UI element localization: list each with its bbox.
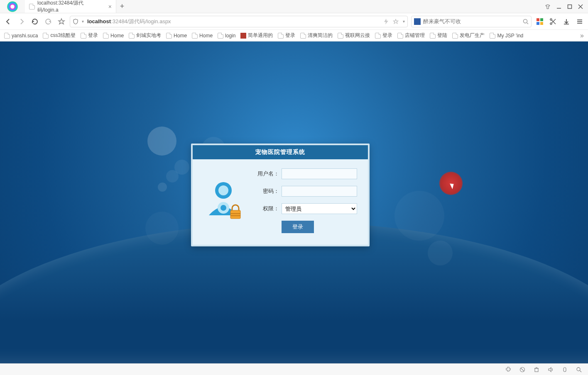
wardrobe-icon[interactable] bbox=[545, 4, 551, 10]
bookmark-label: 登录 bbox=[285, 32, 295, 39]
svg-marker-32 bbox=[549, 368, 551, 372]
bokeh-circle bbox=[428, 241, 453, 265]
bookmarks-overflow[interactable]: » bbox=[580, 32, 584, 39]
login-form: 用户名： 密码： 权限： 管理员 登录 bbox=[253, 168, 357, 233]
svg-point-21 bbox=[218, 185, 228, 195]
svg-marker-8 bbox=[394, 19, 398, 23]
browser-tab[interactable]: localhost:32484/源代码/login.a × bbox=[25, 0, 116, 13]
window-controls bbox=[540, 0, 588, 13]
bookmark-item[interactable]: yanshi.suca bbox=[4, 33, 38, 39]
bookmark-item[interactable]: css3炫酷登 bbox=[43, 32, 76, 39]
scroll-icon[interactable] bbox=[561, 367, 568, 373]
page-icon bbox=[29, 4, 35, 10]
bookmark-item[interactable]: 登录 bbox=[81, 32, 98, 39]
bokeh-circle bbox=[166, 170, 179, 183]
page-icon bbox=[103, 33, 109, 39]
svg-rect-24 bbox=[230, 210, 240, 219]
bookmark-item[interactable]: 清爽简洁的 bbox=[300, 32, 333, 39]
page-icon bbox=[43, 33, 49, 39]
chevron-down-icon[interactable]: ▾ bbox=[403, 19, 405, 24]
shield-icon bbox=[73, 19, 78, 24]
page-icon bbox=[452, 33, 458, 39]
bookmark-item[interactable]: 简单通用的 bbox=[240, 32, 273, 39]
bookmark-item[interactable]: login bbox=[218, 33, 235, 39]
svg-line-10 bbox=[527, 23, 528, 24]
flash-icon[interactable] bbox=[384, 19, 389, 24]
download-icon[interactable] bbox=[561, 17, 571, 27]
svg-rect-26 bbox=[230, 215, 240, 216]
bookmark-label: login bbox=[225, 33, 235, 39]
bookmark-label: My JSP 'ind bbox=[497, 33, 523, 39]
apps-button[interactable] bbox=[535, 17, 545, 27]
search-engine-icon bbox=[414, 18, 421, 25]
new-tab-button[interactable]: + bbox=[116, 0, 128, 13]
minimize-icon[interactable] bbox=[556, 4, 561, 9]
svg-point-12 bbox=[550, 23, 552, 24]
svg-point-9 bbox=[524, 19, 527, 23]
bookmark-item[interactable]: 剑城实地考 bbox=[129, 32, 161, 39]
svg-point-1 bbox=[10, 5, 15, 9]
fire-icon bbox=[240, 33, 246, 39]
bookmark-item[interactable]: 发电厂生产 bbox=[452, 32, 485, 39]
close-window-icon[interactable] bbox=[578, 4, 583, 9]
maximize-icon[interactable] bbox=[567, 4, 572, 9]
bookmark-item[interactable]: My JSP 'ind bbox=[490, 33, 523, 39]
search-input[interactable] bbox=[423, 18, 520, 24]
bookmark-label: css3炫酷登 bbox=[50, 32, 76, 39]
plugin-icon[interactable] bbox=[505, 367, 512, 373]
login-button[interactable]: 登录 bbox=[282, 221, 314, 233]
bookmark-label: 登陆 bbox=[437, 32, 447, 39]
address-path: /源代码/login.aspx bbox=[127, 18, 171, 24]
search-icon[interactable] bbox=[523, 19, 529, 24]
block-icon[interactable] bbox=[519, 367, 526, 373]
bookmark-item[interactable]: 店铺管理 bbox=[397, 32, 425, 39]
bookmarks-bar: yanshi.suca css3炫酷登 登录 Home 剑城实地考 Home H… bbox=[0, 30, 588, 41]
password-input[interactable] bbox=[282, 186, 357, 197]
page-icon bbox=[218, 33, 223, 39]
page-icon bbox=[375, 33, 381, 39]
tab-title: localhost:32484/源代码/login.a bbox=[37, 0, 104, 14]
volume-icon[interactable] bbox=[547, 367, 554, 373]
scissors-icon[interactable] bbox=[548, 17, 558, 27]
browser-app-icon bbox=[0, 0, 25, 13]
svg-rect-29 bbox=[535, 368, 538, 372]
page-icon bbox=[338, 33, 343, 39]
address-bar[interactable]: ▾ localhost:32484/源代码/login.aspx ▾ bbox=[70, 16, 408, 27]
svg-point-11 bbox=[550, 19, 552, 20]
page-icon bbox=[430, 33, 436, 39]
zoom-icon[interactable] bbox=[576, 367, 582, 373]
page-icon bbox=[490, 33, 495, 39]
chevron-down-icon[interactable]: ▾ bbox=[82, 19, 84, 24]
close-icon[interactable]: × bbox=[108, 3, 112, 10]
menu-icon[interactable] bbox=[575, 17, 585, 27]
bookmark-label: yanshi.suca bbox=[12, 33, 38, 39]
bookmark-item[interactable]: Home bbox=[103, 33, 124, 39]
undo-button[interactable] bbox=[43, 17, 53, 27]
address-port: :32484 bbox=[111, 18, 127, 24]
star-icon[interactable] bbox=[393, 19, 399, 24]
bookmark-item[interactable]: Home bbox=[192, 33, 213, 39]
address-text: localhost:32484/源代码/login.aspx bbox=[87, 18, 380, 25]
page-content: 宠物医院管理系统 用户名： bbox=[0, 41, 588, 363]
page-icon bbox=[166, 33, 172, 39]
forward-button[interactable] bbox=[17, 17, 27, 27]
bookmark-item[interactable]: 登录 bbox=[278, 32, 295, 39]
bookmark-item[interactable]: 视联网云接 bbox=[338, 32, 370, 39]
reload-button[interactable] bbox=[30, 17, 40, 27]
browser-search[interactable] bbox=[411, 16, 532, 27]
cursor-highlight bbox=[439, 172, 463, 195]
page-icon bbox=[192, 33, 198, 39]
username-label: 用户名： bbox=[253, 170, 279, 178]
username-input[interactable] bbox=[282, 168, 357, 179]
bokeh-circle bbox=[394, 191, 444, 241]
bookmark-item[interactable]: 登录 bbox=[375, 32, 392, 39]
role-select[interactable]: 管理员 bbox=[282, 203, 357, 214]
bookmark-item[interactable]: Home bbox=[166, 33, 187, 39]
bookmark-label: 登录 bbox=[88, 32, 98, 39]
bookmark-label: 登录 bbox=[382, 32, 392, 39]
page-icon bbox=[129, 33, 135, 39]
back-button[interactable] bbox=[3, 17, 13, 27]
favorite-button[interactable] bbox=[56, 17, 66, 27]
bookmark-item[interactable]: 登陆 bbox=[430, 32, 447, 39]
trash-icon[interactable] bbox=[533, 367, 540, 373]
